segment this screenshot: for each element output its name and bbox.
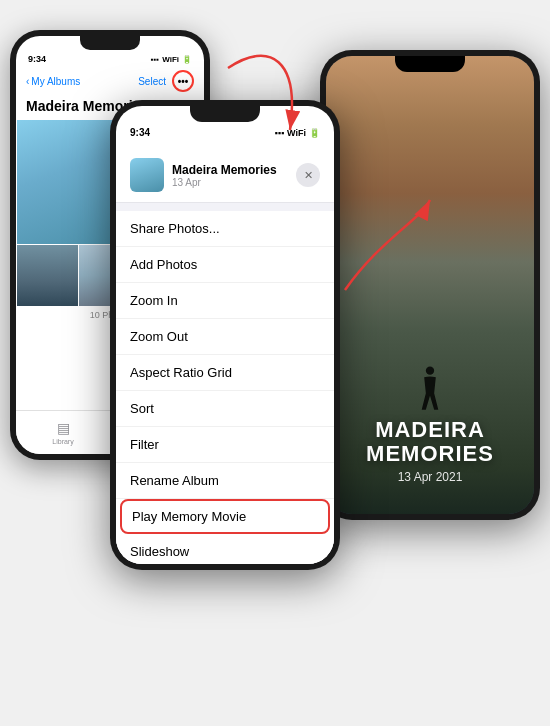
menu-slideshow[interactable]: Slideshow [116,534,334,564]
nav-buttons: Select ••• [138,70,194,92]
battery-icon: 🔋 [182,55,192,64]
phone1-status-icons: ▪▪▪ WiFi 🔋 [151,55,192,64]
phone2-status-icons: ▪▪▪ WiFi 🔋 [275,128,321,138]
phone3-notch [395,56,465,72]
signal-icon: ▪▪▪ [275,128,285,138]
menu-filter[interactable]: Filter [116,427,334,463]
menu-rename-album[interactable]: Rename Album [116,463,334,499]
menu-header-text: Madeira Memories 13 Apr [172,163,277,188]
phone2-screen: 9:34 ▪▪▪ WiFi 🔋 Madeira Memories 13 Apr … [116,106,334,564]
menu-sheet: Madeira Memories 13 Apr ✕ Share Photos..… [116,148,334,564]
tab-library-label: Library [52,438,73,445]
memory-movie-title: MADEIRA MEMORIES [346,418,514,466]
library-icon: ▤ [57,420,70,436]
svg-point-0 [426,367,434,375]
phone2-notch [190,106,260,122]
wifi-icon: WiFi [162,55,179,64]
back-button[interactable]: ‹ My Albums [26,76,80,87]
back-label: My Albums [31,76,80,87]
title-line1: MADEIRA [375,417,485,442]
menu-album-date: 13 Apr [172,177,277,188]
memory-movie-content: MADEIRA MEMORIES 13 Apr 2021 [326,418,534,484]
phone2-status-bar: 9:34 ▪▪▪ WiFi 🔋 [116,122,334,141]
phone3: MADEIRA MEMORIES 13 Apr 2021 [320,50,540,520]
phone1-notch [80,36,140,50]
select-button[interactable]: Select [138,76,166,87]
signal-icon: ▪▪▪ [151,55,160,64]
menu-zoom-out[interactable]: Zoom Out [116,319,334,355]
menu-album-title: Madeira Memories [172,163,277,177]
menu-aspect-ratio-grid[interactable]: Aspect Ratio Grid [116,355,334,391]
more-button[interactable]: ••• [172,70,194,92]
phone1-status-bar: 9:34 ▪▪▪ WiFi 🔋 [16,50,204,66]
phone1-nav: ‹ My Albums Select ••• [16,66,204,96]
memory-movie-date: 13 Apr 2021 [346,470,514,484]
phone1-time: 9:34 [28,54,46,64]
menu-header: Madeira Memories 13 Apr ✕ [116,148,334,203]
wifi-icon: WiFi [287,128,306,138]
menu-zoom-in[interactable]: Zoom In [116,283,334,319]
title-line2: MEMORIES [366,441,494,466]
phone2: 9:34 ▪▪▪ WiFi 🔋 Madeira Memories 13 Apr … [110,100,340,570]
menu-share-photos[interactable]: Share Photos... [116,211,334,247]
photo-cliff [17,245,78,306]
battery-icon: 🔋 [309,128,320,138]
chevron-left-icon: ‹ [26,76,29,87]
menu-play-memory-movie[interactable]: Play Memory Movie [120,499,330,534]
menu-add-photos[interactable]: Add Photos [116,247,334,283]
close-button[interactable]: ✕ [296,163,320,187]
photo-cell-3[interactable] [17,245,78,306]
menu-sort[interactable]: Sort [116,391,334,427]
album-thumbnail [130,158,164,192]
phone2-time: 9:34 [130,127,150,138]
menu-header-info: Madeira Memories 13 Apr [130,158,277,192]
phone3-screen: MADEIRA MEMORIES 13 Apr 2021 [326,56,534,514]
person-silhouette [415,364,445,414]
tab-library[interactable]: ▤ Library [16,420,110,445]
menu-list: Share Photos... Add Photos Zoom In Zoom … [116,211,334,564]
